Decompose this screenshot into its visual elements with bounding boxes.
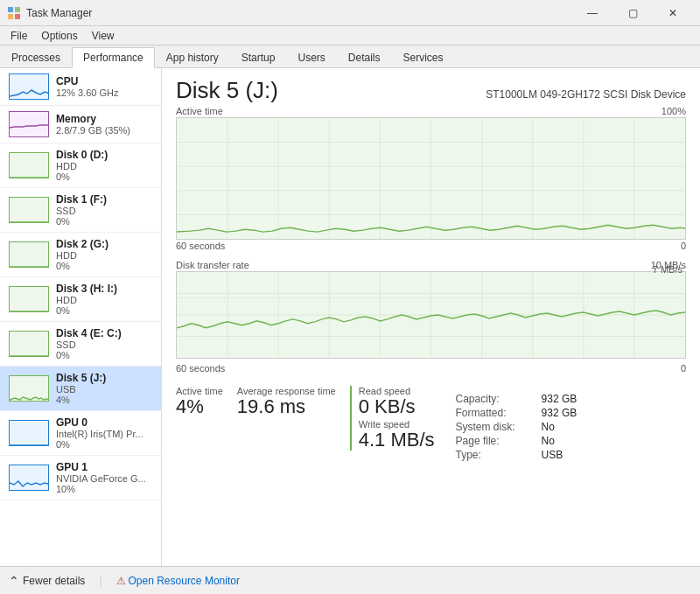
disk2-info: Disk 2 (G:) HDD 0%	[56, 238, 152, 271]
chart2-label: Disk transfer rate	[176, 260, 249, 270]
fewer-details-button[interactable]: ⌃ Fewer details	[9, 574, 85, 588]
tab-startup[interactable]: Startup	[230, 46, 287, 67]
disk5-pct: 4%	[56, 395, 152, 405]
capacity-value: 932 GB	[542, 393, 578, 405]
active-time-section: Active time 100%	[176, 106, 686, 256]
cpu-thumbnail	[9, 73, 49, 100]
svg-rect-9	[10, 287, 49, 312]
disk0-info: Disk 0 (D:) HDD 0%	[56, 149, 152, 182]
gpu1-name: GPU 1	[56, 461, 152, 473]
read-speed-value: 0 KB/s	[359, 396, 435, 417]
capacity-row: Capacity: 932 GB	[456, 393, 578, 405]
avg-response-value: 19.6 ms	[237, 396, 336, 417]
transfer-rate-chart	[176, 271, 686, 359]
system-disk-row: System disk: No	[456, 421, 578, 433]
sidebar-item-disk2[interactable]: Disk 2 (G:) HDD 0%	[0, 233, 161, 277]
disk0-pct: 0%	[56, 171, 152, 182]
formatted-row: Formatted: 932 GB	[456, 407, 578, 419]
gpu1-thumbnail	[9, 465, 49, 491]
chart1-bottom-left: 60 seconds	[176, 241, 225, 251]
sidebar-item-disk5[interactable]: Disk 5 (J:) USB 4%	[0, 367, 161, 411]
close-button[interactable]: ✕	[653, 0, 693, 26]
tab-details[interactable]: Details	[337, 46, 392, 67]
chart2-bottom-left: 60 seconds	[176, 363, 225, 374]
disk4-name: Disk 4 (E: C:)	[56, 327, 152, 339]
gpu0-pct: 0%	[56, 439, 152, 450]
chart2-label-row: Disk transfer rate 10 MB/s	[176, 260, 686, 270]
active-time-stat: Active time 4%	[176, 386, 223, 417]
disk1-thumbnail	[9, 197, 49, 223]
memory-sub: 2.8/7.9 GB (35%)	[56, 125, 152, 136]
transfer-rate-section: Disk transfer rate 10 MB/s	[176, 260, 686, 379]
cpu-sub: 12% 3.60 GHz	[56, 87, 152, 98]
tab-app-history[interactable]: App history	[155, 46, 230, 67]
svg-rect-0	[8, 7, 13, 12]
gpu0-sub: Intel(R) Iris(TM) Pr...	[56, 429, 152, 439]
disk5-thumbnail	[9, 375, 49, 402]
disk4-info: Disk 4 (E: C:) SSD 0%	[56, 327, 152, 360]
disk1-sub: SSD	[56, 206, 152, 216]
type-value: USB	[542, 449, 564, 461]
sidebar-item-gpu1[interactable]: GPU 1 NVIDIA GeForce G... 10%	[0, 456, 161, 500]
minimize-button[interactable]: —	[572, 0, 612, 26]
disk2-pct: 0%	[56, 261, 152, 271]
type-row: Type: USB	[456, 449, 578, 461]
chart1-label: Active time	[176, 106, 223, 116]
formatted-value: 932 GB	[542, 407, 578, 419]
resource-monitor-label: Open Resource Monitor	[129, 575, 240, 587]
detail-subtitle: ST1000LM 049-2GH172 SCSI Disk Device	[486, 88, 686, 101]
write-speed-value: 4.1 MB/s	[359, 430, 435, 451]
page-file-label: Page file:	[456, 435, 535, 447]
gpu1-sub: NVIDIA GeForce G...	[56, 473, 152, 484]
menu-file[interactable]: File	[4, 28, 34, 44]
svg-rect-3	[15, 14, 20, 19]
tab-services[interactable]: Services	[392, 46, 455, 67]
tab-users[interactable]: Users	[286, 46, 336, 67]
svg-rect-1	[15, 7, 20, 12]
read-speed-stat: Read speed 0 KB/s	[359, 386, 435, 417]
page-file-value: No	[542, 435, 555, 447]
chart1-bottom-row: 60 seconds 0	[176, 241, 686, 251]
svg-rect-4	[10, 74, 49, 100]
disk3-info: Disk 3 (H: I:) HDD 0%	[56, 283, 152, 316]
window-controls: — ▢ ✕	[572, 0, 693, 26]
memory-info: Memory 2.8/7.9 GB (35%)	[56, 113, 152, 136]
disk1-info: Disk 1 (F:) SSD 0%	[56, 193, 152, 227]
chart1-label-row: Active time 100%	[176, 106, 686, 116]
disk1-name: Disk 1 (F:)	[56, 193, 152, 206]
sidebar-item-memory[interactable]: Memory 2.8/7.9 GB (35%)	[0, 106, 161, 143]
menu-options[interactable]: Options	[34, 28, 84, 44]
disk3-sub: HDD	[56, 295, 152, 305]
tab-performance[interactable]: Performance	[72, 47, 155, 68]
disk4-pct: 0%	[56, 350, 152, 360]
tab-bar: Processes Performance App history Startu…	[0, 45, 700, 68]
svg-rect-8	[10, 242, 49, 268]
disk0-name: Disk 0 (D:)	[56, 149, 152, 161]
sidebar-item-disk4[interactable]: Disk 4 (E: C:) SSD 0%	[0, 322, 161, 367]
sidebar-item-disk3[interactable]: Disk 3 (H: I:) HDD 0%	[0, 277, 161, 322]
disk5-sub: USB	[56, 384, 152, 395]
sidebar-item-cpu[interactable]: CPU 12% 3.60 GHz	[0, 68, 161, 106]
sidebar-item-disk0[interactable]: Disk 0 (D:) HDD 0%	[0, 143, 161, 188]
gpu0-name: GPU 0	[56, 416, 152, 429]
chart1-max: 100%	[662, 106, 686, 116]
resource-monitor-icon: ⚠	[116, 575, 126, 587]
gpu1-pct: 10%	[56, 484, 152, 494]
maximize-button[interactable]: ▢	[612, 0, 653, 26]
gpu0-info: GPU 0 Intel(R) Iris(TM) Pr... 0%	[56, 416, 152, 450]
detail-title: Disk 5 (J:)	[176, 77, 278, 104]
disk3-thumbnail	[9, 286, 49, 312]
sidebar-item-disk1[interactable]: Disk 1 (F:) SSD 0%	[0, 188, 161, 233]
disk0-sub: HDD	[56, 161, 152, 171]
menu-view[interactable]: View	[85, 28, 122, 44]
disk5-info: Disk 5 (J:) USB 4%	[56, 372, 152, 405]
chart2-bottom-row: 60 seconds 0	[176, 363, 686, 374]
tab-processes[interactable]: Processes	[0, 46, 72, 67]
sidebar-item-gpu0[interactable]: GPU 0 Intel(R) Iris(TM) Pr... 0%	[0, 411, 161, 456]
disk2-thumbnail	[9, 241, 49, 268]
memory-name: Memory	[56, 113, 152, 125]
open-resource-monitor-link[interactable]: ⚠Open Resource Monitor	[116, 575, 240, 587]
svg-rect-2	[8, 14, 13, 19]
window-title: Task Manager	[26, 7, 92, 19]
capacity-label: Capacity:	[456, 393, 535, 405]
